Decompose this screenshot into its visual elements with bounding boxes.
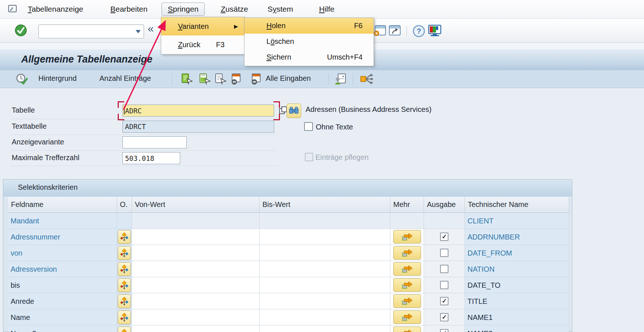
row-5-von-wert bbox=[132, 293, 260, 309]
menu-item-holen[interactable]: HolenF6 bbox=[245, 18, 374, 34]
selection-criteria-table: FeldnameO.Von-WertBis-WertMehrAusgabeTec… bbox=[8, 197, 569, 332]
bis-wert-input[interactable] bbox=[260, 229, 390, 245]
delete-selection-icon[interactable] bbox=[231, 73, 243, 86]
deselect-all-icon[interactable] bbox=[215, 73, 227, 86]
bis-wert-input[interactable] bbox=[260, 309, 390, 325]
user-fields-icon[interactable] bbox=[334, 73, 347, 86]
menubar-item-zusätze[interactable]: Zusätze bbox=[219, 4, 250, 15]
execute-clock-icon[interactable] bbox=[16, 73, 29, 87]
svg-text:?: ? bbox=[417, 27, 421, 35]
multiple-selection-button[interactable] bbox=[393, 327, 421, 332]
delete-all-inputs-button[interactable]: Alle Eingaben bbox=[266, 74, 311, 83]
bis-wert-input[interactable] bbox=[260, 261, 390, 277]
screen-menu-icon[interactable] bbox=[8, 5, 18, 15]
delete-all-inputs-icon[interactable] bbox=[251, 73, 263, 86]
multiple-selection-button[interactable] bbox=[393, 310, 421, 324]
selection-option-button[interactable] bbox=[118, 310, 131, 324]
multiple-selection-button[interactable] bbox=[393, 294, 421, 308]
row-3-technical-name: NATION bbox=[465, 261, 569, 277]
form-divider bbox=[10, 119, 277, 119]
row-1-technical-name: ADDRNUMBER bbox=[465, 229, 569, 245]
row-6-ausgabe-cell: ✓ bbox=[424, 309, 465, 325]
command-dropdown-icon[interactable] bbox=[136, 30, 141, 33]
output-checkbox[interactable] bbox=[440, 265, 448, 273]
springen-menu-panel: Varianten▶ZurückF3 bbox=[161, 17, 245, 54]
row-1-ausgabe-cell: ✓ bbox=[424, 229, 465, 245]
max-hits-label: Maximale Trefferzahl bbox=[12, 154, 79, 162]
row-3-ausgabe-cell bbox=[424, 261, 465, 277]
selection-option-button[interactable] bbox=[118, 262, 131, 276]
bis-wert-input[interactable] bbox=[260, 277, 390, 293]
session-window-icon[interactable] bbox=[374, 24, 387, 38]
menubar-item-tabellenanzeige[interactable]: Tabellenanzeige bbox=[26, 4, 86, 15]
selection-option-button[interactable] bbox=[118, 230, 131, 244]
menubar-item-hilfe[interactable]: Hilfe bbox=[317, 4, 337, 15]
row-6-fieldname: Name bbox=[8, 309, 117, 325]
max-hits-field-wrap bbox=[122, 152, 180, 164]
max-hits-field[interactable] bbox=[123, 152, 180, 164]
bis-wert-input[interactable] bbox=[260, 245, 390, 261]
submenu-arrow-icon: ▶ bbox=[234, 17, 238, 35]
row-3-option-cell bbox=[117, 261, 132, 277]
select-block-icon[interactable] bbox=[199, 73, 211, 86]
menu-item-sichern[interactable]: SichernUmsch+F4 bbox=[245, 49, 374, 65]
distribute-icon[interactable] bbox=[360, 73, 374, 86]
bis-wert-input[interactable] bbox=[260, 293, 390, 309]
selection-option-button[interactable] bbox=[118, 294, 131, 308]
menubar-item-system[interactable]: System bbox=[265, 4, 295, 15]
entry-count-button[interactable]: Anzahl Einträge bbox=[99, 74, 151, 83]
search-binoculars-button[interactable] bbox=[287, 103, 301, 118]
menubar-item-bearbeiten[interactable]: Bearbeiten bbox=[108, 4, 150, 15]
row-1-bis-wert bbox=[260, 229, 390, 245]
menu-item-zurück[interactable]: ZurückF3 bbox=[161, 35, 245, 54]
row-7-fieldname: Name 2 bbox=[8, 325, 117, 332]
row-5-bis-wert bbox=[260, 293, 390, 309]
display-variant-field[interactable] bbox=[123, 137, 186, 148]
column-header-2: Von-Wert bbox=[132, 197, 260, 213]
command-field[interactable] bbox=[40, 26, 133, 37]
von-wert-input[interactable] bbox=[132, 293, 259, 309]
maintain-entries-label: Einträge pflegen bbox=[315, 153, 369, 162]
menu-item-löschen[interactable]: Löschen bbox=[245, 34, 374, 49]
table-field[interactable] bbox=[123, 105, 274, 116]
focus-bracket bbox=[118, 101, 124, 108]
row-6-mehr-cell bbox=[390, 309, 424, 325]
von-wert-input[interactable] bbox=[132, 261, 259, 277]
select-all-inputs-icon[interactable] bbox=[181, 73, 193, 86]
von-wert-input[interactable] bbox=[132, 229, 259, 245]
bis-wert-input[interactable] bbox=[260, 325, 390, 332]
output-checkbox[interactable] bbox=[440, 281, 448, 289]
output-checkbox[interactable] bbox=[440, 249, 448, 257]
without-texts-checkbox[interactable] bbox=[304, 122, 313, 131]
row-5-technical-name: TITLE bbox=[465, 293, 569, 309]
output-checkbox[interactable]: ✓ bbox=[440, 297, 448, 305]
output-checkbox[interactable]: ✓ bbox=[440, 233, 448, 241]
background-button[interactable]: Hintergrund bbox=[38, 74, 77, 83]
output-checkbox[interactable]: ✓ bbox=[440, 313, 448, 321]
von-wert-input[interactable] bbox=[132, 245, 259, 261]
enter-check-button[interactable] bbox=[15, 24, 27, 37]
selection-option-button[interactable] bbox=[118, 246, 131, 260]
focus-bracket bbox=[118, 114, 124, 120]
binoculars-icon bbox=[289, 107, 299, 115]
customize-layout-icon[interactable] bbox=[428, 24, 442, 38]
selection-option-button[interactable] bbox=[118, 278, 131, 292]
von-wert-input[interactable] bbox=[132, 277, 259, 293]
app-toolbar-separator bbox=[328, 73, 329, 84]
collapse-toolbar-button[interactable]: « bbox=[148, 22, 154, 35]
row-4-bis-wert bbox=[260, 277, 390, 293]
multiple-selection-button[interactable] bbox=[393, 246, 421, 260]
new-session-shortcut-icon[interactable] bbox=[388, 24, 401, 38]
help-icon[interactable]: ? bbox=[412, 24, 425, 39]
menu-item-varianten[interactable]: Varianten▶ bbox=[161, 17, 245, 35]
output-checkbox[interactable]: ✓ bbox=[440, 329, 448, 332]
row-0-ausgabe-cell bbox=[424, 213, 465, 229]
menubar-item-springen[interactable]: Springen bbox=[162, 3, 205, 16]
von-wert-input[interactable] bbox=[132, 325, 259, 332]
multiple-selection-button[interactable] bbox=[393, 230, 421, 244]
von-wert-input[interactable] bbox=[132, 309, 259, 325]
multiple-selection-button[interactable] bbox=[393, 278, 421, 292]
selection-option-button[interactable] bbox=[118, 327, 131, 332]
row-0-fieldname: Mandant bbox=[8, 213, 117, 229]
multiple-selection-button[interactable] bbox=[393, 262, 421, 276]
